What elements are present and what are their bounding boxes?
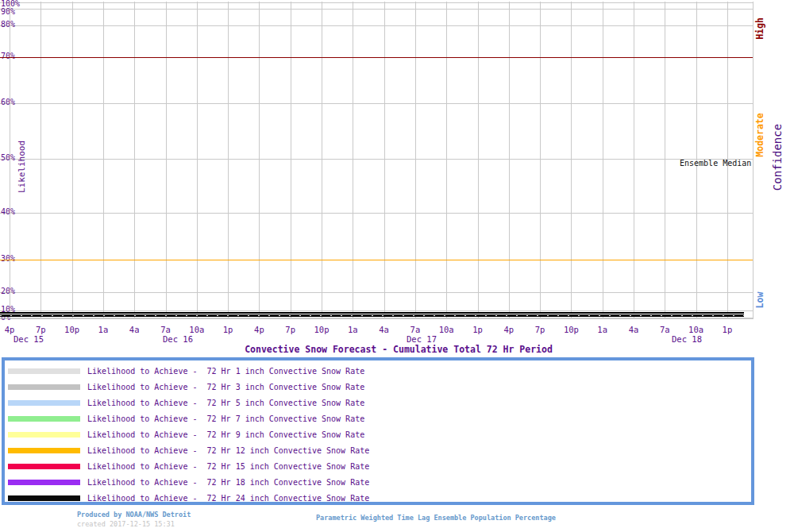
- y-tick-label: 80%: [1, 21, 15, 29]
- x-date-label: Dec 16: [154, 334, 202, 344]
- right-axis-title: Confidence: [771, 124, 784, 191]
- legend-label: Likelihood to Achieve - 72 Hr 1 inch Con…: [87, 367, 364, 376]
- x-date-label: Dec 18: [663, 334, 711, 344]
- x-tick-label: 7a: [399, 325, 431, 334]
- x-date-label: Dec 15: [5, 334, 52, 344]
- y-tick-label: 50%: [1, 154, 15, 162]
- ensemble-median-label: Ensemble Median: [680, 159, 751, 168]
- legend-row: Likelihood to Achieve - 72 Hr 1 inch Con…: [8, 363, 364, 379]
- legend-row: Likelihood to Achieve - 72 Hr 15 inch Co…: [8, 458, 369, 474]
- x-tick-label: 7p: [275, 325, 306, 334]
- x-gridline: [446, 2, 447, 318]
- legend-row: Likelihood to Achieve - 72 Hr 18 inch Co…: [8, 474, 369, 490]
- x-gridline: [40, 2, 41, 318]
- x-gridline: [603, 2, 603, 318]
- footer-created-timestamp: created 2017-12-15 15:31: [77, 520, 175, 528]
- legend-label: Likelihood to Achieve - 72 Hr 3 inch Con…: [87, 383, 364, 391]
- x-gridline: [509, 2, 510, 318]
- legend-row: Likelihood to Achieve - 72 Hr 24 inch Co…: [8, 490, 369, 506]
- x-gridline: [415, 2, 416, 318]
- x-gridline: [353, 2, 353, 318]
- x-gridline: [571, 2, 572, 318]
- plot-right-frame: [753, 2, 754, 318]
- x-tick-label: 7p: [524, 325, 556, 334]
- legend-label: Likelihood to Achieve - 72 Hr 9 inch Con…: [87, 430, 364, 439]
- confidence-band-low-label: Low: [754, 292, 765, 309]
- ensemble-median-line: [0, 312, 744, 317]
- confidence-threshold-line: [0, 260, 754, 260]
- y-tick-label: 20%: [1, 287, 15, 295]
- x-gridline: [72, 2, 73, 318]
- x-gridline: [322, 2, 322, 318]
- x-gridline: [291, 2, 291, 318]
- y-tick-label: 90%: [1, 8, 15, 16]
- legend-row: Likelihood to Achieve - 72 Hr 9 inch Con…: [8, 426, 364, 442]
- legend-swatch: [8, 384, 80, 390]
- x-tick-label: 10a: [181, 325, 213, 334]
- y-tick-label: 60%: [1, 98, 15, 106]
- legend-swatch: [8, 480, 80, 485]
- legend-label: Likelihood to Achieve - 72 Hr 5 inch Con…: [87, 399, 364, 407]
- y-gridline: [0, 159, 754, 160]
- footer-produced-by: Produced by NOAA/NWS Detroit: [77, 511, 191, 519]
- chart-title: Convective Snow Forecast - Cumulative To…: [0, 344, 794, 355]
- y-tick-label: 40%: [1, 208, 15, 216]
- x-tick-label: 4a: [368, 325, 400, 334]
- legend-swatch: [8, 432, 80, 438]
- x-gridline: [665, 2, 665, 318]
- x-gridline: [384, 2, 385, 318]
- x-tick-label: 1p: [711, 325, 743, 334]
- x-gridline: [197, 2, 198, 318]
- x-tick-label: 1a: [337, 325, 368, 334]
- x-tick-label: 1a: [587, 325, 619, 334]
- x-tick-label: 10p: [555, 325, 587, 334]
- confidence-threshold-line: [0, 57, 754, 58]
- median-dash-line: [0, 315, 744, 316]
- x-tick-label: 4p: [243, 325, 275, 334]
- legend-label: Likelihood to Achieve - 72 Hr 18 inch Co…: [87, 478, 369, 487]
- x-tick-label: 1a: [87, 325, 119, 334]
- plot-bottom-axis: [0, 318, 754, 318]
- legend-swatch: [8, 448, 80, 453]
- legend-swatch: [8, 400, 80, 406]
- x-gridline: [540, 2, 541, 318]
- y-gridline: [0, 25, 754, 26]
- x-gridline: [259, 2, 260, 318]
- x-tick-label: 10a: [430, 325, 462, 334]
- x-tick-label: 4p: [493, 325, 525, 334]
- x-gridline: [134, 2, 135, 318]
- y-tick-label: 70%: [1, 52, 15, 60]
- legend-swatch: [8, 464, 80, 469]
- y-gridline: [0, 9, 754, 10]
- confidence-band-high-label: High: [754, 17, 765, 40]
- x-gridline: [10, 2, 10, 318]
- legend-label: Likelihood to Achieve - 72 Hr 12 inch Co…: [87, 446, 369, 455]
- legend-box: Likelihood to Achieve - 72 Hr 1 inch Con…: [2, 357, 754, 505]
- x-gridline: [166, 2, 167, 318]
- legend-swatch: [8, 416, 80, 422]
- y-gridline: [0, 103, 754, 104]
- x-tick-label: 4a: [118, 325, 150, 334]
- y-gridline: [0, 2, 754, 3]
- y-gridline: [0, 292, 754, 293]
- confidence-band-moderate-label: Moderate: [754, 113, 765, 156]
- legend-label: Likelihood to Achieve - 72 Hr 15 inch Co…: [87, 462, 369, 471]
- x-tick-label: 7p: [25, 325, 56, 334]
- x-gridline: [228, 2, 229, 318]
- x-gridline: [478, 2, 479, 318]
- legend-row: Likelihood to Achieve - 72 Hr 7 inch Con…: [8, 411, 364, 426]
- x-date-label: Dec 17: [398, 334, 445, 344]
- x-tick-label: 7a: [150, 325, 182, 334]
- x-tick-label: 1p: [462, 325, 494, 334]
- legend-row: Likelihood to Achieve - 72 Hr 12 inch Co…: [8, 442, 369, 458]
- legend-row: Likelihood to Achieve - 72 Hr 3 inch Con…: [8, 379, 364, 395]
- x-tick-label: 1p: [212, 325, 244, 334]
- x-tick-label: 7a: [649, 325, 680, 334]
- legend-row: Likelihood to Achieve - 72 Hr 5 inch Con…: [8, 395, 364, 411]
- footer-method-label: Parametric Weighted Time Lag Ensemble Po…: [316, 514, 556, 522]
- legend-label: Likelihood to Achieve - 72 Hr 7 inch Con…: [87, 414, 364, 423]
- x-gridline: [103, 2, 104, 318]
- median-gap-line: [0, 314, 744, 314]
- x-tick-label: 4a: [618, 325, 649, 334]
- x-gridline: [634, 2, 634, 318]
